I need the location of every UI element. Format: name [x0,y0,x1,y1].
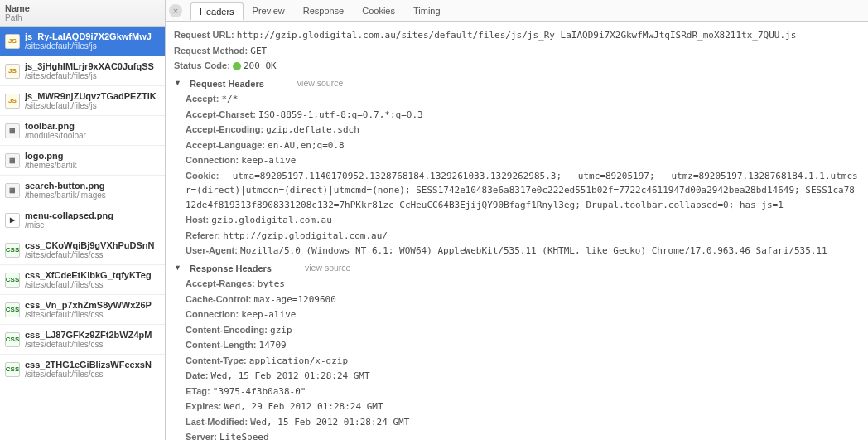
file-path: /sites/default/files/css [25,370,152,379]
header-row: Server: LiteSpeed [186,430,860,440]
header-row: Cache-Control: max-age=1209600 [186,293,860,307]
header-row: Accept-Ranges: bytes [186,277,860,292]
file-item[interactable]: CSScss_LJ87GFKz9ZFt2bWZ4pM/sites/default… [0,325,165,355]
request-url-value: http://gzip.glodigital.com.au/sites/defa… [237,30,797,41]
file-item[interactable]: CSScss_Vn_p7xhZmS8yWWx26P/sites/default/… [0,295,165,325]
header-key: Date: [186,370,211,380]
header-row: Accept-Charset: ISO-8859-1,utf-8;q=0.7,*… [186,108,860,123]
file-path: /sites/default/files/css [25,280,152,289]
header-row: Cookie: __utma=89205197.1140170952.13287… [186,169,860,213]
header-key: Accept-Ranges: [186,278,258,288]
header-key: User-Agent: [186,245,240,255]
file-item[interactable]: CSScss_2THG1eGiBlizsWFeexsN/sites/defaul… [0,355,165,384]
file-item[interactable]: JSjs_MWR9njZUqvzTGadPEZTiK/sites/default… [0,86,165,116]
headers-content: Request URL: http://gzip.glodigital.com.… [166,22,868,440]
header-key: Content-Length: [186,340,259,350]
header-row: Connection: keep-alive [186,153,860,168]
header-row: ETag: "3975-4f3b0a38-0" [186,384,860,399]
header-value: Mozilla/5.0 (Windows NT 6.1; WOW64) Appl… [240,245,827,256]
header-value: __utma=89205197.1140170952.1328768184.13… [186,171,858,210]
tab-timing[interactable]: Timing [404,2,450,19]
file-path: /sites/default/files/css [25,340,152,349]
header-key: Content-Type: [186,355,249,365]
css-file-icon: CSS [5,273,20,288]
status-code-label: Status Code: [174,60,230,70]
close-icon[interactable]: × [169,4,182,17]
tab-response[interactable]: Response [294,2,354,19]
file-item[interactable]: CSScss_CKoWqiBj9gVXhPuDSnN/sites/default… [0,235,165,265]
header-row: Accept-Language: en-AU,en;q=0.8 [186,138,860,153]
header-key: Accept: [186,94,221,104]
file-item[interactable]: JSjs_Ry-LaIAQD9i7X2GkwfMwJ/sites/default… [0,27,165,56]
file-path: /sites/default/files/js [25,41,152,51]
header-value: Wed, 29 Feb 2012 01:28:24 GMT [224,401,383,412]
header-value: bytes [258,278,285,289]
header-value: gzip,deflate,sdch [266,124,359,135]
header-key: Cache-Control: [186,294,254,304]
status-code-value: 200 OK [244,60,277,71]
img-file-icon: ▦ [5,153,20,168]
file-item[interactable]: CSScss_XfCdeEtKlbkG_tqfyKTeg/sites/defau… [0,265,165,295]
header-row: Accept-Encoding: gzip,deflate,sdch [186,123,860,138]
header-key: ETag: [186,386,213,396]
header-value: Wed, 15 Feb 2012 01:28:24 GMT [211,370,370,381]
header-value: application/x-gzip [249,355,348,366]
header-value: en-AU,en;q=0.8 [268,140,345,151]
tab-headers[interactable]: Headers [190,2,244,20]
file-path: /themes/bartik [25,161,77,170]
header-value: ISO-8859-1,utf-8;q=0.7,*;q=0.3 [258,109,423,120]
header-row: Content-Type: application/x-gzip [186,354,860,369]
file-name: logo.png [25,151,77,161]
tab-preview[interactable]: Preview [244,2,294,19]
file-path: /sites/default/files/css [25,250,154,259]
file-item[interactable]: ▦toolbar.png/modules/toolbar [0,116,165,146]
header-key: Connection: [186,155,241,165]
file-item[interactable]: JSjs_3jHghlMLrjr9xXAC0JufqSS/sites/defau… [0,56,165,86]
header-row: Accept: */* [186,92,860,107]
file-path: /misc [25,220,113,230]
img-file-icon: ▦ [5,183,20,198]
header-value: keep-alive [241,309,296,320]
js-file-icon: JS [5,94,20,109]
triangle-down-icon: ▼ [174,263,181,274]
header-row: Content-Encoding: gzip [186,323,860,338]
main-panel: × HeadersPreviewResponseCookiesTiming Re… [166,0,868,440]
view-source-link[interactable]: view source [305,262,350,275]
header-value: http://gzip.glodigital.com.au/ [223,230,388,241]
request-headers-title: Request Headers [190,77,264,91]
header-key: Content-Encoding: [186,325,270,335]
file-path: /themes/bartik/images [25,191,106,200]
js-file-icon: JS [5,34,20,49]
view-source-link[interactable]: view source [297,77,343,90]
header-value: 14709 [259,340,287,351]
css-file-icon: CSS [5,362,20,377]
response-headers-section[interactable]: ▼Response Headers view source [174,262,860,276]
header-value: keep-alive [241,155,296,166]
header-value: gzip.glodigital.com.au [211,215,332,225]
request-method-row: Request Method: GET [174,44,860,59]
request-headers-section[interactable]: ▼Request Headers view source [174,77,860,91]
file-item[interactable]: ▦search-button.png/themes/bartik/images [0,176,165,205]
file-name: css_CKoWqiBj9gVXhPuDSnN [25,240,154,250]
header-row: Date: Wed, 15 Feb 2012 01:28:24 GMT [186,369,860,384]
header-key: Accept-Charset: [186,109,258,119]
file-item[interactable]: ▦logo.png/themes/bartik [0,146,165,176]
file-name: js_Ry-LaIAQD9i7X2GkwfMwJ [25,31,152,41]
header-key: Expires: [186,401,224,411]
sidebar: Name Path JSjs_Ry-LaIAQD9i7X2GkwfMwJ/sit… [0,0,166,440]
header-value: */* [221,94,238,104]
img-file-icon: ▦ [5,123,20,138]
file-path: /modules/toolbar [25,131,86,140]
file-name: css_Vn_p7xhZmS8yWWx26P [25,300,152,310]
header-row: Last-Modified: Wed, 15 Feb 2012 01:28:24… [186,415,860,430]
file-path: /sites/default/files/css [25,310,152,319]
column-name-header: Name [5,3,160,13]
header-row: User-Agent: Mozilla/5.0 (Windows NT 6.1;… [186,244,860,259]
header-key: Accept-Language: [186,140,268,150]
file-path: /sites/default/files/js [25,71,154,80]
sidebar-header: Name Path [0,0,165,27]
tab-cookies[interactable]: Cookies [353,2,404,19]
play-file-icon: ▶ [5,213,20,228]
status-code-row: Status Code: 200 OK [174,59,860,74]
file-item[interactable]: ▶menu-collapsed.png/misc [0,205,165,235]
